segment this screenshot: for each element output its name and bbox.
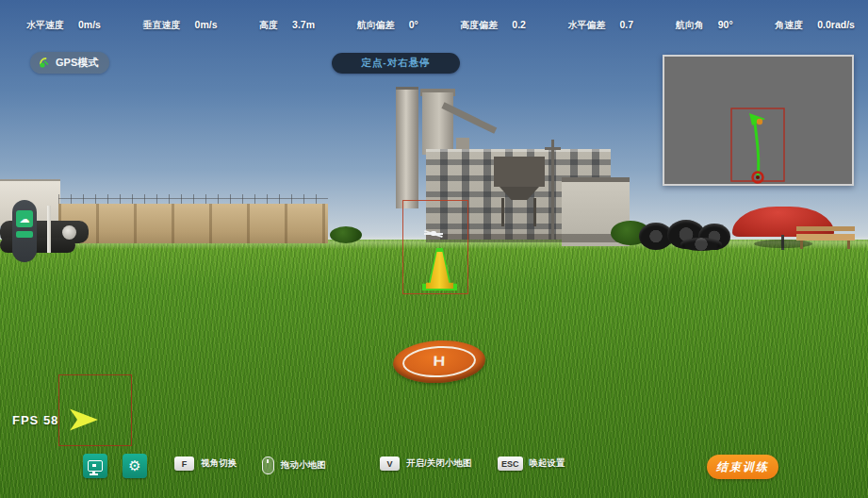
- telemetry-item: 水平偏差 0.7: [568, 19, 634, 32]
- cloud-icon: ☁: [16, 210, 33, 227]
- tank-end-cap: [62, 225, 76, 240]
- telemetry-label: 高度: [259, 19, 278, 32]
- hotkey-drag-minimap: 拖动小地图: [262, 456, 326, 474]
- v-keycap: V: [380, 456, 400, 471]
- satellite-icon: [38, 57, 50, 69]
- gps-mode-badge: GPS模式: [30, 52, 109, 74]
- drone-body: [431, 231, 436, 236]
- minimap[interactable]: [663, 55, 854, 186]
- bench: [796, 226, 855, 231]
- helipad-letter: H: [393, 353, 485, 370]
- end-training-button[interactable]: 结束训练: [707, 455, 778, 479]
- white-pole: [47, 206, 51, 253]
- telemetry-value: 90°: [718, 19, 733, 30]
- hotkey-view-switch: F 视角切换: [174, 456, 237, 471]
- hotkey-label: 视角切换: [201, 457, 237, 470]
- drone: [424, 229, 443, 238]
- power-pole-crossarm: [545, 147, 561, 150]
- minimap-drone-dot: [757, 119, 762, 124]
- telemetry-label: 角速度: [775, 19, 803, 32]
- hotkey-settings: ESC 唤起设置: [498, 456, 565, 471]
- bench-leg: [800, 241, 803, 249]
- hotkey-label: 拖动小地图: [281, 459, 326, 472]
- telemetry-label: 航向偏差: [357, 19, 395, 32]
- hotkey-label: 唤起设置: [530, 457, 565, 470]
- telemetry-item: 水平速度 0m/s: [26, 19, 101, 32]
- minimap-home-dot: [756, 175, 760, 179]
- telemetry-item: 垂直速度 0m/s: [143, 19, 218, 32]
- telemetry-value: 0.7: [620, 19, 634, 30]
- telemetry-value: 0.2: [512, 19, 526, 30]
- hopper-leg: [533, 198, 536, 226]
- gear-icon: ⚙: [128, 457, 140, 474]
- telemetry-value: 0°: [409, 19, 418, 30]
- umbrella-shadow: [754, 240, 812, 248]
- telemetry-value: 0m/s: [195, 19, 218, 30]
- f-keycap: F: [174, 456, 194, 471]
- telemetry-item: 航向角 90°: [676, 19, 733, 32]
- elevator-tower: [422, 92, 453, 155]
- tire: [680, 238, 722, 251]
- telemetry-label: 垂直速度: [143, 19, 181, 32]
- telemetry-label: 水平偏差: [568, 19, 606, 32]
- factory-chimney: [396, 87, 418, 208]
- task-label: 定点-对右悬停: [361, 57, 431, 70]
- gps-mode-label: GPS模式: [56, 56, 98, 70]
- telemetry-label: 高度偏差: [460, 19, 498, 32]
- task-pill: 定点-对右悬停: [332, 53, 460, 74]
- minimap-overlay: [664, 57, 852, 184]
- hotkey-toggle-minimap: V 开启/关闭小地图: [380, 456, 471, 471]
- display-settings-button[interactable]: [83, 454, 107, 478]
- hopper-bin: [494, 157, 545, 187]
- esc-keycap: ESC: [498, 456, 523, 471]
- telemetry-value: 3.7m: [292, 19, 315, 30]
- telemetry-bar: 水平速度 0m/s 垂直速度 0m/s 高度 3.7m 航向偏差 0° 高度偏差…: [26, 19, 855, 32]
- minimap-path: [755, 123, 759, 177]
- telemetry-label: 航向角: [676, 19, 704, 32]
- telemetry-item: 高度 3.7m: [259, 19, 315, 32]
- telemetry-item: 角速度 0.0rad/s: [775, 19, 855, 32]
- bench-leg: [847, 241, 850, 249]
- power-pole: [551, 140, 554, 240]
- settings-button[interactable]: ⚙: [123, 454, 147, 478]
- telemetry-label: 水平速度: [26, 19, 64, 32]
- minimap-drone-arrow: [749, 113, 765, 125]
- arrow-target-box: [58, 374, 132, 446]
- mouse-icon: [262, 456, 274, 474]
- hotkey-label: 开启/关闭小地图: [406, 457, 471, 470]
- telemetry-item: 高度偏差 0.2: [460, 19, 526, 32]
- fps-counter: FPS 58: [12, 413, 58, 427]
- hopper-leg: [501, 198, 504, 226]
- telemetry-value: 0.0rad/s: [817, 19, 855, 30]
- telemetry-value: 0m/s: [78, 19, 101, 30]
- bush: [330, 226, 362, 243]
- simulator-viewport: ☁ H 水平速度 0m/s 垂直速度 0m/s 高度 3.7m 航向偏差 0°: [0, 0, 868, 498]
- perimeter-wall: [58, 204, 328, 243]
- monitor-icon: [88, 460, 103, 472]
- bench: [796, 234, 855, 241]
- weather-sign-label-bar: [16, 231, 33, 238]
- telemetry-item: 航向偏差 0°: [357, 19, 418, 32]
- pipe-tanks: [0, 238, 75, 253]
